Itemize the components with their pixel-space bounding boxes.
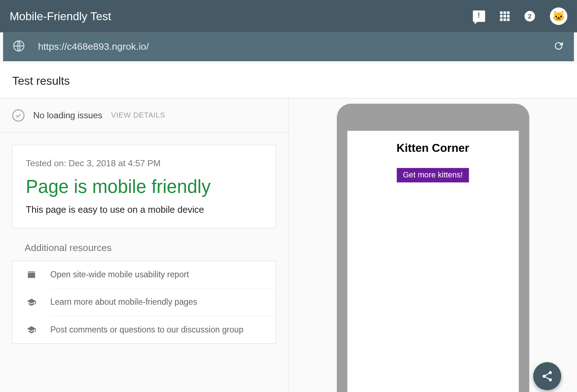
refresh-icon[interactable] (553, 40, 564, 53)
school-icon (26, 298, 38, 307)
topbar-actions: 2 🐱 (473, 8, 567, 25)
resource-label: Open site-wide mobile usability report (50, 270, 189, 279)
resource-label: Post comments or questions to our discus… (50, 325, 243, 335)
top-app-bar: Mobile-Friendly Test 2 🐱 (0, 0, 577, 32)
share-fab[interactable] (533, 362, 561, 390)
share-icon (541, 370, 553, 382)
resource-item-usability-report[interactable]: Open site-wide mobile usability report (13, 261, 276, 288)
device-screen-preview: Kitten Corner Get more kittens! (347, 131, 519, 392)
verdict-card: Tested on: Dec 3, 2018 at 4:57 PM Page i… (12, 145, 276, 229)
view-details-button[interactable]: VIEW DETAILS (111, 111, 165, 119)
verdict-title: Page is mobile friendly (26, 176, 263, 197)
results-header: Test results (0, 64, 577, 98)
url-input[interactable]: https://c468e893.ngrok.io/ (38, 41, 149, 53)
main-content: No loading issues VIEW DETAILS Tested on… (0, 98, 577, 392)
preview-get-kittens-button: Get more kittens! (397, 168, 469, 182)
webpage-icon (26, 270, 38, 279)
resource-item-discussion-group[interactable]: Post comments or questions to our discus… (51, 316, 276, 343)
left-column: No loading issues VIEW DETAILS Tested on… (0, 98, 289, 392)
resources-section-label: Additional resources (25, 242, 276, 254)
preview-page-title: Kitten Corner (356, 141, 510, 155)
globe-icon (13, 40, 25, 54)
device-frame: Kitten Corner Get more kittens! (336, 103, 529, 392)
app-title: Mobile-Friendly Test (10, 9, 111, 23)
check-circle-icon (12, 109, 25, 122)
school-icon (26, 325, 38, 335)
resources-card: Open site-wide mobile usability report L… (12, 261, 276, 344)
loading-status-row: No loading issues VIEW DETAILS (0, 98, 288, 133)
resource-item-learn-more[interactable]: Learn more about mobile-friendly pages (51, 288, 276, 316)
url-bar: https://c468e893.ngrok.io/ (3, 32, 574, 61)
tested-on-text: Tested on: Dec 3, 2018 at 4:57 PM (26, 158, 263, 168)
feedback-icon[interactable] (473, 10, 485, 22)
verdict-subtitle: This page is easy to use on a mobile dev… (26, 204, 263, 215)
apps-grid-icon[interactable] (500, 12, 510, 21)
notifications-badge[interactable]: 2 (524, 11, 535, 21)
results-heading: Test results (12, 74, 70, 88)
right-column: Kitten Corner Get more kittens! (289, 98, 577, 392)
status-text: No loading issues (33, 110, 102, 120)
avatar[interactable]: 🐱 (550, 8, 568, 25)
resource-label: Learn more about mobile-friendly pages (50, 298, 197, 307)
